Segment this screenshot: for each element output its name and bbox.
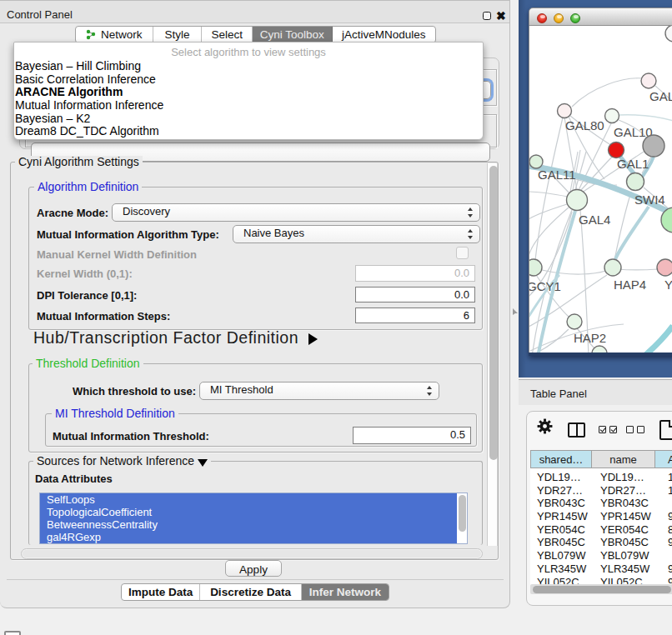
data-attributes-list[interactable]: SelfLoops TopologicalCoefficient Between… [39, 492, 468, 544]
table-row[interactable]: YBL079WYBL079W [530, 548, 672, 562]
table-cell: YER054C [592, 522, 655, 536]
network-edge[interactable] [529, 192, 568, 197]
network-window-titlebar[interactable] [529, 8, 672, 26]
settings-vscrollbar-thumb[interactable] [489, 166, 498, 460]
network-edge[interactable] [619, 115, 672, 121]
list-scrollbar-thumb[interactable] [459, 495, 466, 532]
column-header-third[interactable]: A [655, 450, 672, 468]
column-header-shared-name[interactable]: shared… [530, 450, 592, 468]
gear-icon[interactable] [537, 418, 553, 434]
table-row[interactable]: YBR043CYBR043C [530, 496, 672, 509]
list-item[interactable]: TopologicalCoefficient [40, 506, 467, 518]
dpi-tolerance-label: DPI Tolerance [0,1]: [37, 289, 137, 302]
tab-jactivemnodules[interactable]: jActiveMNodules [333, 27, 435, 42]
tab-impute-data[interactable]: Impute Data [122, 584, 200, 600]
network-node[interactable] [567, 190, 588, 211]
table-hscrollbar-thumb[interactable] [533, 586, 671, 593]
network-edge[interactable] [617, 269, 658, 270]
table-row[interactable]: YLR345WYLR345W9. [530, 562, 672, 575]
dpi-tolerance-field[interactable]: 0.0 [355, 287, 475, 302]
settings-hscrollbar-thumb[interactable] [23, 550, 481, 558]
network-canvas[interactable]: GAL2GAL80GAL10GAL1GAL11SWI4GAL4GCY1HAP4Y… [529, 26, 672, 352]
sources-title[interactable]: Sources for Network Inference [33, 455, 211, 468]
network-node[interactable] [665, 26, 672, 42]
network-node[interactable] [627, 173, 644, 191]
apply-button[interactable]: Apply [225, 560, 282, 577]
tab-cyni-toolbox[interactable]: Cyni Toolbox [253, 27, 333, 42]
list-scrollbar[interactable] [457, 493, 467, 544]
network-node[interactable] [657, 259, 672, 276]
popup-item[interactable]: Bayesian – Hill Climbing [14, 60, 483, 73]
table-horizontal-scrollbar[interactable] [530, 584, 672, 594]
network-edge[interactable] [644, 326, 672, 352]
popup-item[interactable]: Mutual Information Inference [14, 99, 483, 112]
table-cell: YBR045C [530, 535, 592, 548]
mi-type-combo[interactable]: Naive Bayes [233, 225, 480, 243]
network-node[interactable] [558, 104, 572, 118]
network-node[interactable] [529, 155, 543, 168]
mi-steps-value: 6 [464, 309, 469, 322]
close-icon[interactable]: ✖ [496, 9, 506, 22]
network-node[interactable] [567, 314, 582, 329]
aracne-mode-combo[interactable]: Discovery [112, 203, 480, 222]
table-row[interactable]: YDR27…YDR27…12 [530, 483, 672, 497]
settings-vertical-scrollbar[interactable] [487, 163, 498, 546]
checked-box-icon[interactable] [599, 426, 606, 433]
network-node-label: GAL1 [617, 157, 649, 171]
tab-select[interactable]: Select [202, 27, 253, 42]
settings-horizontal-scrollbar[interactable] [21, 548, 483, 559]
network-edge[interactable] [535, 118, 563, 260]
network-node[interactable] [641, 73, 656, 88]
minimized-panel-button[interactable] [4, 631, 21, 635]
column-header-name[interactable]: name [592, 450, 655, 468]
list-item[interactable]: BetweennessCentrality [40, 518, 467, 531]
network-edge[interactable] [614, 192, 631, 260]
network-edge[interactable] [542, 270, 605, 274]
list-item[interactable]: gal4RGexp [40, 531, 467, 543]
network-edge[interactable] [572, 78, 643, 107]
network-node[interactable] [643, 135, 664, 157]
network-node[interactable] [592, 346, 607, 352]
popup-item[interactable]: Basic Correlation Inference [14, 73, 483, 87]
unchecked-box-icon[interactable] [626, 426, 634, 433]
close-traffic-light[interactable] [537, 13, 547, 23]
table-cell: 13 [655, 470, 672, 483]
tab-network[interactable]: Network [76, 27, 153, 42]
popup-item-selected[interactable]: ARACNE Algorithm [14, 86, 483, 99]
checked-box-icon[interactable] [609, 426, 617, 433]
kernel-width-field[interactable]: 0.0 [355, 265, 475, 282]
popup-placeholder-item[interactable]: Select algorithm to view settings [14, 44, 483, 60]
network-edge[interactable] [529, 204, 567, 219]
table-row[interactable]: YDL19…YDL19…13 [530, 470, 672, 483]
mi-steps-field[interactable]: 6 [355, 308, 475, 323]
popup-item[interactable]: Dream8 DC_TDC Algorithm [14, 125, 483, 138]
which-threshold-combo[interactable]: MI Threshold [199, 382, 439, 400]
tab-infer-network[interactable]: Infer Network [302, 584, 389, 600]
network-node[interactable] [605, 109, 619, 123]
network-node[interactable] [604, 259, 621, 276]
tab-discretize-data[interactable]: Discretize Data [200, 584, 301, 600]
splitter-handle[interactable] [512, 308, 519, 316]
mi-threshold-field[interactable]: 0.5 [353, 427, 471, 444]
table-row[interactable]: YER054CYER054C8. [530, 522, 672, 536]
table-row[interactable]: YBR045CYBR045C9. [530, 535, 672, 548]
zoom-traffic-light[interactable] [570, 13, 580, 23]
popup-item[interactable]: Bayesian – K2 [14, 112, 483, 126]
table-row[interactable]: YPR145WYPR145W9. [530, 509, 672, 522]
network-node[interactable] [529, 259, 542, 276]
float-window-icon[interactable] [483, 12, 491, 20]
unchecked-box-icon[interactable] [637, 426, 644, 433]
manual-kernel-checkbox[interactable] [456, 247, 469, 259]
table-cell: 8. [655, 522, 672, 536]
table-cell: 9. [655, 535, 672, 548]
split-columns-icon[interactable] [568, 422, 585, 438]
list-item[interactable]: SelfLoops [40, 493, 467, 506]
table-header-row: shared… name A [530, 450, 672, 468]
document-icon[interactable] [659, 420, 672, 440]
hub-definition-toggle[interactable]: Hub/Transcription Factor Definition [33, 328, 318, 348]
minimize-traffic-light[interactable] [554, 13, 564, 23]
network-view-window: GAL2GAL80GAL10GAL1GAL11SWI4GAL4GCY1HAP4Y… [529, 8, 672, 356]
tab-style[interactable]: Style [153, 27, 203, 42]
tab-network-label: Network [101, 28, 143, 41]
network-node[interactable] [609, 142, 624, 158]
